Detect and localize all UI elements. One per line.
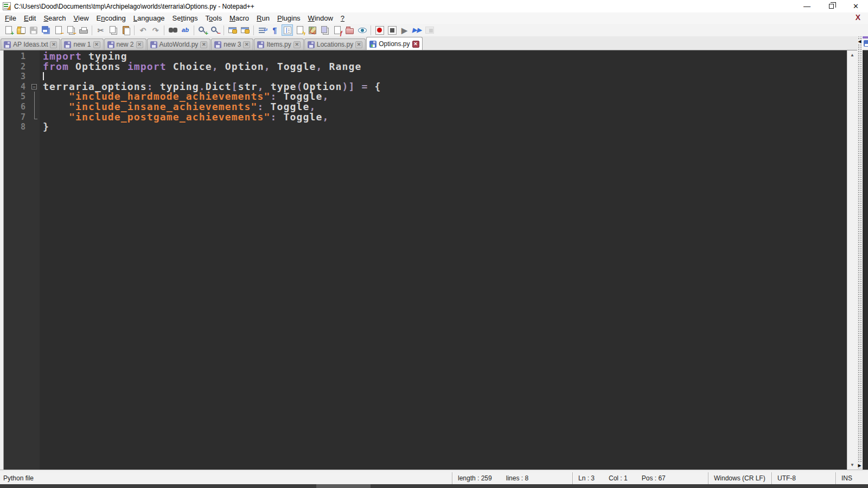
fold-marker[interactable]: − <box>30 82 40 92</box>
tab-close-icon[interactable]: ✕ <box>93 41 100 48</box>
macro-stop-icon[interactable] <box>386 24 398 36</box>
menu-tools[interactable]: Tools <box>202 13 226 23</box>
menu-encoding[interactable]: Encoding <box>93 13 130 23</box>
window-title: C:\Users\Dood\Documents\tmp\Archipelago\… <box>14 3 254 10</box>
word-wrap-icon[interactable] <box>257 24 268 36</box>
menu-?[interactable]: ? <box>337 13 348 23</box>
scroll-down-icon[interactable]: ▼ <box>847 460 857 470</box>
vertical-scrollbar[interactable]: ▲ ▼ <box>847 50 857 470</box>
undo-icon[interactable]: ↶ <box>137 24 149 36</box>
toolbar-separator <box>194 25 194 35</box>
splitter-collapse-left-icon[interactable]: ◀ <box>857 39 862 44</box>
save-file-icon[interactable] <box>28 24 39 36</box>
status-eol-format: Windows (CR LF) <box>708 472 771 484</box>
editor-area: 12345678 − import typingfrom Options imp… <box>0 50 857 470</box>
show-all-characters-icon[interactable]: ¶ <box>269 24 280 36</box>
menu-file[interactable]: File <box>1 13 20 23</box>
zoom-out-icon[interactable]: − <box>209 24 221 36</box>
close-file-icon[interactable]: − <box>53 24 64 36</box>
zoom-in-icon[interactable]: + <box>197 24 208 36</box>
notepad-plus-plus-icon <box>3 2 11 10</box>
cut-icon[interactable]: ✂ <box>95 24 106 36</box>
code-line[interactable]: "include_postgame_achievements": Toggle, <box>43 112 847 123</box>
tab-options-py[interactable]: Options.py✕ <box>366 37 422 50</box>
bottom-edge-strip <box>0 484 868 488</box>
tab-new-3[interactable]: new 3✕ <box>211 38 253 50</box>
saved-file-icon <box>864 40 868 47</box>
second-view-editor[interactable] <box>863 50 868 470</box>
paste-icon[interactable] <box>120 24 131 36</box>
fold-margin-cell <box>30 62 40 72</box>
menu-language[interactable]: Language <box>130 13 169 23</box>
line-number: 2 <box>4 62 25 72</box>
code-editor[interactable]: import typingfrom Options import Choice,… <box>40 50 847 470</box>
macro-playback-icon[interactable]: ▶ <box>399 24 410 36</box>
document-switcher-icon[interactable] <box>319 24 330 36</box>
tab-locations-py[interactable]: Locations.py✕ <box>304 38 366 50</box>
sync-horizontal-scrolling-icon[interactable] <box>239 24 251 36</box>
menu-plugins[interactable]: Plugins <box>273 13 304 23</box>
macro-record-icon[interactable] <box>374 24 385 36</box>
menu-settings[interactable]: Settings <box>169 13 202 23</box>
tab-close-icon[interactable]: ✕ <box>243 41 250 48</box>
window-left-edge <box>0 50 4 470</box>
folder-as-workspace-icon[interactable] <box>344 24 355 36</box>
tab-autoworld-py[interactable]: AutoWorld.py✕ <box>147 38 211 50</box>
tab-items-py[interactable]: Items.py✕ <box>254 38 303 50</box>
function-list-icon[interactable]: ƒ <box>331 24 343 36</box>
tab-close-icon[interactable]: ✕ <box>355 41 362 48</box>
status-col-value: Col : 1 <box>609 474 628 482</box>
saved-file-icon <box>308 41 315 48</box>
macro-run-multiple-icon[interactable]: ▶▶ <box>411 24 423 36</box>
macro-save-icon[interactable] <box>424 24 435 36</box>
menu-macro[interactable]: Macro <box>226 13 253 23</box>
tab-new-2[interactable]: new 2✕ <box>104 38 146 50</box>
status-lines-value: lines : 8 <box>506 474 528 482</box>
redo-icon[interactable]: ↷ <box>150 24 161 36</box>
tab-ap-ideas-txt[interactable]: AP Ideas.txt✕ <box>1 38 60 50</box>
tab-close-icon[interactable]: ✕ <box>136 41 143 48</box>
tab-close-icon[interactable]: ✕ <box>412 41 419 48</box>
second-view-tab-bar <box>863 36 868 50</box>
line-number-margin: 12345678 <box>4 50 30 470</box>
splitter-collapse-right-icon[interactable]: ▶ <box>857 463 862 468</box>
scroll-up-icon[interactable]: ▲ <box>847 50 857 60</box>
fold-margin[interactable]: − <box>30 50 40 470</box>
replace-icon[interactable]: ab <box>180 24 191 36</box>
second-view-pane <box>862 36 868 470</box>
code-line[interactable]: from Options import Choice, Option, Togg… <box>43 62 847 72</box>
sync-vertical-scrolling-icon[interactable] <box>227 24 238 36</box>
toolbar-separator <box>253 25 254 35</box>
save-all-icon[interactable] <box>40 24 52 36</box>
close-button[interactable]: ✕ <box>844 0 868 12</box>
tab-new-1[interactable]: new 1✕ <box>61 38 103 50</box>
copy-icon[interactable] <box>107 24 119 36</box>
second-view-partial-tab[interactable] <box>863 36 868 50</box>
tab-close-icon[interactable]: ✕ <box>293 41 301 48</box>
find-icon[interactable] <box>167 24 178 36</box>
close-all-files-icon[interactable]: − <box>65 24 76 36</box>
fold-margin-cell <box>30 122 40 132</box>
print-icon[interactable] <box>78 24 89 36</box>
menu-run[interactable]: Run <box>253 13 273 23</box>
fold-marker <box>30 102 40 112</box>
document-map-icon[interactable] <box>307 24 318 36</box>
saved-file-icon <box>369 41 376 48</box>
line-number: 3 <box>4 72 25 82</box>
user-defined-language-icon[interactable]: ϟ <box>294 24 305 36</box>
menu-window[interactable]: Window <box>304 13 337 23</box>
code-line[interactable]: } <box>43 122 847 132</box>
tab-close-icon[interactable]: ✕ <box>50 41 57 48</box>
minimize-button[interactable]: — <box>795 0 819 12</box>
menu-search[interactable]: Search <box>40 13 69 23</box>
restore-button[interactable] <box>819 0 844 12</box>
tab-close-icon[interactable]: ✕ <box>200 41 207 48</box>
open-file-icon[interactable] <box>15 24 27 36</box>
monitoring-icon[interactable] <box>356 24 368 36</box>
menu-edit[interactable]: Edit <box>20 13 40 23</box>
show-indent-guide-icon[interactable] <box>282 24 293 36</box>
close-document-x-icon[interactable]: X <box>856 13 860 22</box>
new-file-icon[interactable]: + <box>3 24 14 36</box>
menu-view[interactable]: View <box>70 13 93 23</box>
view-splitter[interactable]: ◀ ▶ <box>857 36 862 470</box>
